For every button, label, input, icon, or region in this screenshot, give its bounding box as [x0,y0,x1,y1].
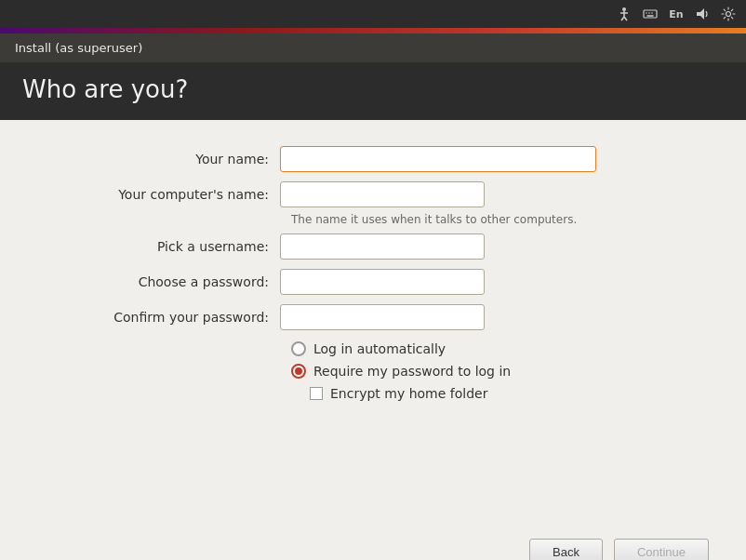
continue-button[interactable]: Continue [614,539,709,560]
svg-point-11 [726,12,731,17]
svg-marker-10 [697,8,704,20]
encrypt-row[interactable]: Encrypt my home folder [310,386,652,401]
language-icon[interactable]: En [666,4,686,24]
password-row: Choose a password: [94,269,652,295]
page-title: Who are you? [22,75,724,103]
top-bar: En [0,0,746,28]
svg-point-0 [622,7,626,11]
username-row: Pick a username: [94,233,652,260]
settings-icon[interactable] [718,4,739,24]
accessibility-icon[interactable] [614,4,634,24]
window-title-bar: Install (as superuser) [0,33,746,62]
password-input[interactable] [280,269,485,295]
auto-login-row[interactable]: Log in automatically [291,341,652,356]
password-label: Choose a password: [94,274,280,289]
encrypt-label[interactable]: Encrypt my home folder [330,386,487,401]
buttons-row: Back Continue [0,520,746,560]
main-content: Your name: Your computer's name: The nam… [0,120,746,520]
window-title: Install (as superuser) [15,41,142,55]
confirm-password-row: Confirm your password: [94,304,652,330]
computer-name-input[interactable] [280,181,485,207]
volume-icon[interactable] [692,4,713,24]
confirm-password-input[interactable] [280,304,485,330]
back-button[interactable]: Back [529,539,603,560]
svg-rect-5 [644,10,657,18]
auto-login-radio[interactable] [291,341,306,356]
your-name-row: Your name: [94,146,652,172]
your-name-label: Your name: [94,152,280,167]
your-name-input[interactable] [280,146,596,172]
encrypt-checkbox[interactable] [310,387,323,400]
username-input[interactable] [280,233,485,260]
require-password-row[interactable]: Require my password to log in [291,364,652,379]
auto-login-label[interactable]: Log in automatically [313,341,446,356]
computer-name-hint: The name it uses when it talks to other … [291,213,652,226]
page-header: Who are you? [0,62,746,120]
require-password-label[interactable]: Require my password to log in [313,364,511,379]
require-password-radio[interactable] [291,364,306,379]
confirm-password-label: Confirm your password: [94,310,280,325]
svg-line-4 [624,17,627,20]
computer-name-label: Your computer's name: [94,187,280,202]
radio-group: Log in automatically Require my password… [291,341,652,401]
keyboard-icon[interactable] [640,4,660,24]
computer-name-row: Your computer's name: [94,181,652,207]
form-section: Your name: Your computer's name: The nam… [57,146,689,401]
username-label: Pick a username: [94,239,280,254]
